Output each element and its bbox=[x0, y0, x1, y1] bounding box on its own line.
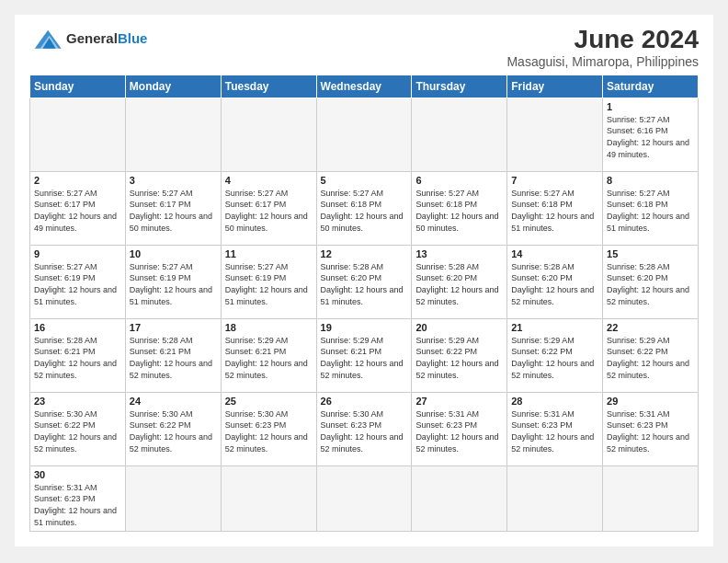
day-number: 23 bbox=[34, 396, 121, 407]
calendar-subtitle: Masaguisi, Mimaropa, Philippines bbox=[506, 54, 699, 69]
day-number: 26 bbox=[321, 396, 408, 407]
day-info: Sunrise: 5:28 AM Sunset: 6:21 PM Dayligh… bbox=[34, 335, 121, 381]
calendar-cell: 10Sunrise: 5:27 AM Sunset: 6:19 PM Dayli… bbox=[125, 245, 221, 318]
calendar-table: Sunday Monday Tuesday Wednesday Thursday… bbox=[29, 75, 699, 532]
day-info: Sunrise: 5:29 AM Sunset: 6:21 PM Dayligh… bbox=[225, 335, 313, 381]
day-number: 30 bbox=[34, 469, 121, 480]
day-info: Sunrise: 5:28 AM Sunset: 6:20 PM Dayligh… bbox=[415, 261, 503, 307]
day-number: 28 bbox=[511, 396, 598, 407]
day-info: Sunrise: 5:28 AM Sunset: 6:20 PM Dayligh… bbox=[321, 261, 408, 307]
calendar-title: June 2024 bbox=[506, 26, 699, 54]
day-info: Sunrise: 5:27 AM Sunset: 6:17 PM Dayligh… bbox=[34, 188, 121, 234]
day-info: Sunrise: 5:31 AM Sunset: 6:23 PM Dayligh… bbox=[415, 408, 503, 454]
calendar-cell: 6Sunrise: 5:27 AM Sunset: 6:18 PM Daylig… bbox=[412, 171, 507, 245]
calendar-cell bbox=[221, 465, 316, 531]
weekday-thursday: Thursday bbox=[412, 75, 507, 98]
calendar-cell: 29Sunrise: 5:31 AM Sunset: 6:23 PM Dayli… bbox=[603, 392, 699, 465]
calendar-cell: 23Sunrise: 5:30 AM Sunset: 6:22 PM Dayli… bbox=[30, 392, 126, 465]
calendar-cell: 20Sunrise: 5:29 AM Sunset: 6:22 PM Dayli… bbox=[412, 318, 507, 392]
day-info: Sunrise: 5:30 AM Sunset: 6:22 PM Dayligh… bbox=[34, 408, 121, 454]
calendar-cell: 4Sunrise: 5:27 AM Sunset: 6:17 PM Daylig… bbox=[221, 171, 316, 245]
calendar-cell bbox=[507, 98, 603, 171]
calendar-cell: 25Sunrise: 5:30 AM Sunset: 6:23 PM Dayli… bbox=[221, 392, 316, 465]
calendar-cell: 2Sunrise: 5:27 AM Sunset: 6:17 PM Daylig… bbox=[30, 171, 126, 245]
day-number: 5 bbox=[321, 175, 408, 186]
calendar-cell: 21Sunrise: 5:29 AM Sunset: 6:22 PM Dayli… bbox=[507, 318, 603, 392]
calendar-cell: 30Sunrise: 5:31 AM Sunset: 6:23 PM Dayli… bbox=[30, 465, 126, 531]
day-number: 16 bbox=[34, 322, 121, 333]
calendar-week-row: 16Sunrise: 5:28 AM Sunset: 6:21 PM Dayli… bbox=[30, 318, 699, 392]
day-number: 17 bbox=[130, 322, 217, 333]
day-number: 10 bbox=[130, 248, 217, 259]
weekday-tuesday: Tuesday bbox=[221, 75, 316, 98]
weekday-saturday: Saturday bbox=[603, 75, 699, 98]
day-info: Sunrise: 5:27 AM Sunset: 6:17 PM Dayligh… bbox=[130, 188, 217, 234]
day-number: 2 bbox=[34, 175, 121, 186]
calendar-cell: 5Sunrise: 5:27 AM Sunset: 6:18 PM Daylig… bbox=[316, 171, 412, 245]
calendar-cell bbox=[507, 465, 603, 531]
calendar-cell bbox=[316, 465, 412, 531]
calendar-body: 1Sunrise: 5:27 AM Sunset: 6:16 PM Daylig… bbox=[30, 98, 699, 531]
calendar-header: Sunday Monday Tuesday Wednesday Thursday… bbox=[30, 75, 699, 98]
day-info: Sunrise: 5:27 AM Sunset: 6:18 PM Dayligh… bbox=[607, 188, 694, 234]
day-info: Sunrise: 5:31 AM Sunset: 6:23 PM Dayligh… bbox=[607, 408, 694, 454]
day-number: 24 bbox=[130, 396, 217, 407]
day-number: 25 bbox=[225, 396, 313, 407]
page: GeneralBlue June 2024 Masaguisi, Mimarop… bbox=[15, 15, 713, 546]
calendar-cell bbox=[125, 465, 221, 531]
weekday-wednesday: Wednesday bbox=[316, 75, 412, 98]
calendar-cell: 15Sunrise: 5:28 AM Sunset: 6:20 PM Dayli… bbox=[603, 245, 699, 318]
day-info: Sunrise: 5:27 AM Sunset: 6:19 PM Dayligh… bbox=[130, 261, 217, 307]
day-info: Sunrise: 5:30 AM Sunset: 6:23 PM Dayligh… bbox=[225, 408, 313, 454]
day-number: 12 bbox=[321, 248, 408, 259]
day-info: Sunrise: 5:30 AM Sunset: 6:23 PM Dayligh… bbox=[321, 408, 408, 454]
day-number: 8 bbox=[607, 175, 694, 186]
weekday-sunday: Sunday bbox=[30, 75, 126, 98]
day-number: 15 bbox=[607, 248, 694, 259]
calendar-cell: 27Sunrise: 5:31 AM Sunset: 6:23 PM Dayli… bbox=[412, 392, 507, 465]
calendar-cell: 17Sunrise: 5:28 AM Sunset: 6:21 PM Dayli… bbox=[125, 318, 221, 392]
calendar-week-row: 2Sunrise: 5:27 AM Sunset: 6:17 PM Daylig… bbox=[30, 171, 699, 245]
calendar-cell bbox=[412, 98, 507, 171]
day-number: 22 bbox=[607, 322, 694, 333]
day-number: 14 bbox=[511, 248, 598, 259]
day-number: 7 bbox=[511, 175, 598, 186]
calendar-cell: 22Sunrise: 5:29 AM Sunset: 6:22 PM Dayli… bbox=[603, 318, 699, 392]
day-number: 21 bbox=[511, 322, 598, 333]
day-info: Sunrise: 5:29 AM Sunset: 6:21 PM Dayligh… bbox=[321, 335, 408, 381]
day-number: 9 bbox=[34, 248, 121, 259]
calendar-cell: 14Sunrise: 5:28 AM Sunset: 6:20 PM Dayli… bbox=[507, 245, 603, 318]
logo-line2: Blue bbox=[118, 30, 148, 46]
calendar-cell bbox=[221, 98, 316, 171]
calendar-week-row: 30Sunrise: 5:31 AM Sunset: 6:23 PM Dayli… bbox=[30, 465, 699, 531]
logo-text: GeneralBlue bbox=[66, 30, 147, 47]
calendar-cell: 1Sunrise: 5:27 AM Sunset: 6:16 PM Daylig… bbox=[603, 98, 699, 171]
day-number: 27 bbox=[415, 396, 503, 407]
calendar-cell: 24Sunrise: 5:30 AM Sunset: 6:22 PM Dayli… bbox=[125, 392, 221, 465]
calendar-cell bbox=[125, 98, 221, 171]
calendar-cell bbox=[412, 465, 507, 531]
day-number: 3 bbox=[130, 175, 217, 186]
calendar-cell: 7Sunrise: 5:27 AM Sunset: 6:18 PM Daylig… bbox=[507, 171, 603, 245]
day-info: Sunrise: 5:28 AM Sunset: 6:21 PM Dayligh… bbox=[130, 335, 217, 381]
calendar-week-row: 9Sunrise: 5:27 AM Sunset: 6:19 PM Daylig… bbox=[30, 245, 699, 318]
day-info: Sunrise: 5:27 AM Sunset: 6:16 PM Dayligh… bbox=[607, 114, 694, 160]
day-info: Sunrise: 5:30 AM Sunset: 6:22 PM Dayligh… bbox=[130, 408, 217, 454]
calendar-cell: 11Sunrise: 5:27 AM Sunset: 6:19 PM Dayli… bbox=[221, 245, 316, 318]
day-info: Sunrise: 5:27 AM Sunset: 6:19 PM Dayligh… bbox=[225, 261, 313, 307]
day-info: Sunrise: 5:28 AM Sunset: 6:20 PM Dayligh… bbox=[511, 261, 598, 307]
calendar-cell: 13Sunrise: 5:28 AM Sunset: 6:20 PM Dayli… bbox=[412, 245, 507, 318]
title-block: June 2024 Masaguisi, Mimaropa, Philippin… bbox=[506, 26, 699, 69]
day-info: Sunrise: 5:31 AM Sunset: 6:23 PM Dayligh… bbox=[511, 408, 598, 454]
calendar-cell: 12Sunrise: 5:28 AM Sunset: 6:20 PM Dayli… bbox=[316, 245, 412, 318]
weekday-monday: Monday bbox=[125, 75, 221, 98]
day-info: Sunrise: 5:31 AM Sunset: 6:23 PM Dayligh… bbox=[34, 482, 121, 528]
weekday-friday: Friday bbox=[507, 75, 603, 98]
calendar-cell: 16Sunrise: 5:28 AM Sunset: 6:21 PM Dayli… bbox=[30, 318, 126, 392]
day-info: Sunrise: 5:27 AM Sunset: 6:18 PM Dayligh… bbox=[321, 188, 408, 234]
header: GeneralBlue June 2024 Masaguisi, Mimarop… bbox=[29, 26, 699, 69]
calendar-cell: 28Sunrise: 5:31 AM Sunset: 6:23 PM Dayli… bbox=[507, 392, 603, 465]
day-info: Sunrise: 5:27 AM Sunset: 6:19 PM Dayligh… bbox=[34, 261, 121, 307]
day-number: 18 bbox=[225, 322, 313, 333]
calendar-cell bbox=[316, 98, 412, 171]
